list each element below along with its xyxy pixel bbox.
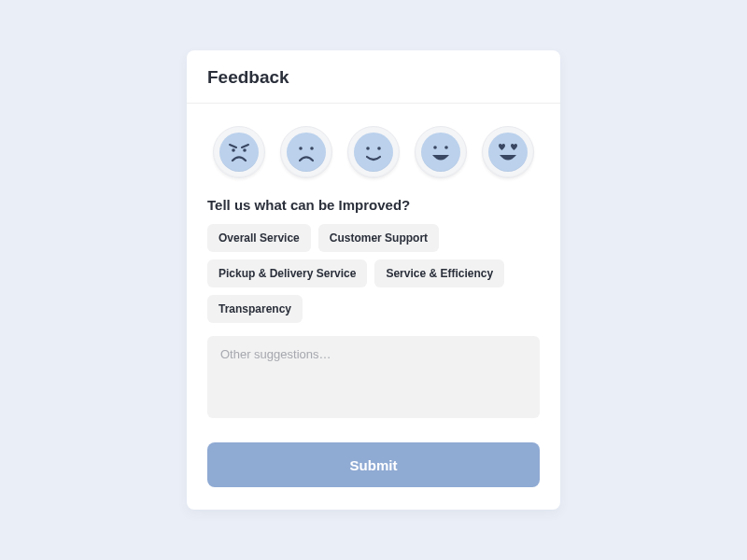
emoji-very-unhappy[interactable]: [213, 126, 265, 178]
emoji-happy[interactable]: [415, 126, 467, 178]
heart-eyes-face-icon: [488, 133, 528, 172]
svg-point-9: [444, 146, 448, 149]
svg-point-3: [243, 148, 247, 152]
submit-button[interactable]: Submit: [207, 442, 540, 487]
improvement-question: Tell us what can be Improved?: [187, 197, 560, 224]
chip-transparency[interactable]: Transparency: [207, 295, 303, 323]
svg-point-6: [366, 147, 370, 150]
svg-point-5: [310, 147, 314, 150]
chip-pickup-delivery[interactable]: Pickup & Delivery Service: [207, 259, 367, 287]
sad-face-icon: [287, 133, 326, 172]
chip-customer-support[interactable]: Customer Support: [318, 224, 439, 252]
feedback-card: Feedback: [187, 50, 560, 510]
page-title: Feedback: [207, 67, 540, 88]
emoji-unhappy[interactable]: [280, 126, 332, 178]
emoji-rating-row: [187, 104, 560, 197]
svg-line-0: [230, 145, 236, 147]
submit-wrap: Submit: [187, 437, 560, 510]
chip-overall-service[interactable]: Overall Service: [207, 224, 311, 252]
grin-face-icon: [421, 133, 460, 172]
suggestion-textarea[interactable]: [207, 336, 540, 418]
emoji-neutral-happy[interactable]: [347, 126, 400, 178]
svg-point-7: [377, 147, 381, 150]
chip-service-efficiency[interactable]: Service & Efficiency: [374, 259, 504, 287]
emoji-love[interactable]: [482, 126, 534, 178]
suggestion-textarea-wrap: [187, 336, 560, 437]
svg-line-1: [242, 145, 248, 147]
svg-point-4: [299, 147, 303, 150]
svg-point-2: [232, 148, 235, 152]
card-header: Feedback: [187, 50, 560, 104]
improvement-chips: Overall Service Customer Support Pickup …: [187, 224, 560, 336]
svg-point-8: [433, 146, 437, 149]
question-text: Tell us what can be Improved?: [207, 197, 540, 213]
slight-smile-face-icon: [354, 133, 393, 172]
angry-face-icon: [219, 133, 259, 172]
